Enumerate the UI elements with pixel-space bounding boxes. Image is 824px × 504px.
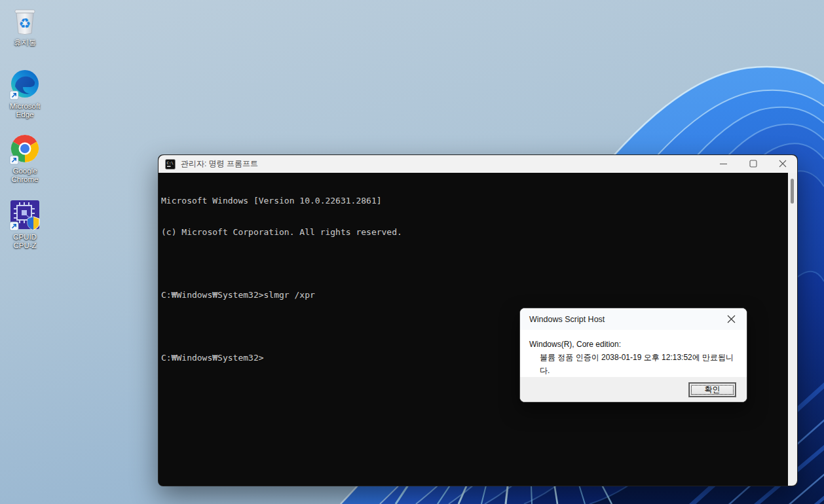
terminal-line: C:₩Windows₩System32>slmgr /xpr (161, 290, 788, 300)
desktop: ♻ 휴지통 MicrosoftEdge (0, 0, 824, 504)
close-button[interactable] (768, 155, 797, 173)
wsh-message-line1: Windows(R), Core edition: (529, 338, 738, 351)
wsh-dialog-footer: 확인 (520, 377, 747, 403)
wsh-dialog-body: Windows(R), Core edition: 볼륨 정품 인증이 2038… (520, 330, 747, 377)
desktop-icon-recycle-bin[interactable]: ♻ 휴지통 (1, 5, 49, 47)
desktop-icon-label: 휴지통 (1, 39, 49, 47)
minimize-button[interactable] (709, 155, 738, 173)
svg-text:C:\: C:\ (166, 160, 174, 164)
cmd-window-title: 관리자: 명령 프롬프트 (181, 158, 258, 170)
desktop-icon-google-chrome[interactable]: GoogleChrome (1, 134, 49, 184)
ok-button[interactable]: 확인 (688, 382, 736, 397)
cmd-titlebar[interactable]: C:\ 관리자: 명령 프롬프트 (159, 155, 797, 173)
svg-text:♻: ♻ (19, 16, 31, 31)
desktop-icon-label: GoogleChrome (1, 167, 49, 184)
cmd-icon: C:\ (165, 159, 176, 170)
wsh-message-line2: 볼륨 정품 인증이 2038-01-19 오후 12:13:52에 만료됩니다. (529, 351, 738, 377)
close-icon (727, 315, 736, 323)
dialog-close-button[interactable] (724, 313, 738, 326)
desktop-icon-label: MicrosoftEdge (1, 102, 49, 119)
terminal-line (161, 259, 788, 269)
desktop-icon-microsoft-edge[interactable]: MicrosoftEdge (1, 69, 49, 119)
desktop-icon-cpuid-cpu-z[interactable]: CPUIDCPU-Z (1, 200, 49, 250)
wsh-dialog-title: Windows Script Host (529, 315, 605, 324)
close-icon (779, 158, 787, 170)
cpuid-cpu-z-icon (9, 200, 41, 231)
terminal-line: (c) Microsoft Corporation. All rights re… (161, 227, 788, 238)
caption-buttons (709, 155, 797, 173)
microsoft-edge-icon (9, 69, 41, 100)
terminal-line: Microsoft Windows [Version 10.0.22631.28… (161, 196, 788, 206)
wsh-dialog: Windows Script Host Windows(R), Core edi… (519, 308, 747, 403)
maximize-button[interactable] (738, 155, 768, 173)
desktop-icon-label: CPUIDCPU-Z (1, 233, 49, 250)
scrollbar-thumb[interactable] (791, 179, 794, 204)
recycle-bin-icon: ♻ (9, 5, 41, 37)
terminal-scrollbar[interactable] (788, 173, 797, 486)
minimize-icon (720, 158, 727, 170)
google-chrome-icon (9, 134, 41, 165)
maximize-icon (749, 158, 757, 170)
wsh-dialog-titlebar[interactable]: Windows Script Host (520, 308, 747, 330)
